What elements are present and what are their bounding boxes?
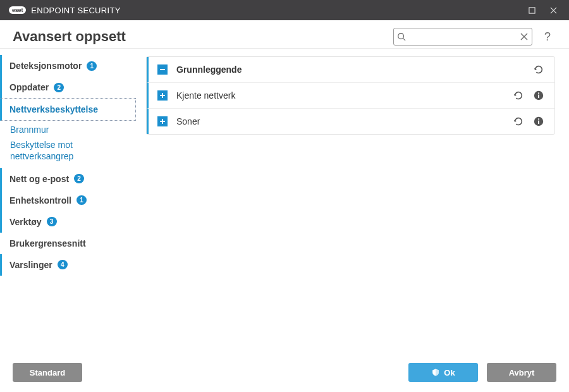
section-kjente-nettverk[interactable]: Kjente nettverk xyxy=(147,83,554,109)
sidebar-subitem-beskyttelse-nettverksangrep[interactable]: Beskyttelse mot nettverksangrep xyxy=(0,137,136,164)
brand-pill: eset xyxy=(9,6,26,14)
count-badge: 2 xyxy=(74,174,84,183)
brand-name: ENDPOINT SECURITY xyxy=(31,6,120,15)
section-label: Soner xyxy=(176,116,513,126)
svg-line-4 xyxy=(403,39,406,41)
window-close-button[interactable] xyxy=(542,0,564,20)
page-title: Avansert oppsett xyxy=(13,28,393,45)
sidebar: Deteksjonsmotor 1 Oppdater 2 Nettverksbe… xyxy=(0,49,136,353)
info-icon[interactable] xyxy=(533,116,544,127)
titlebar: eset ENDPOINT SECURITY xyxy=(0,0,569,20)
button-label: Ok xyxy=(444,368,455,377)
sidebar-item-label: Varslinger xyxy=(9,260,52,270)
sidebar-item-brukergrensesnitt[interactable]: Brukergrensesnitt xyxy=(0,233,136,254)
info-icon[interactable] xyxy=(533,90,544,101)
shield-icon xyxy=(431,368,440,377)
sidebar-item-deteksjonsmotor[interactable]: Deteksjonsmotor 1 xyxy=(0,55,136,77)
svg-point-3 xyxy=(398,34,404,39)
count-badge: 3 xyxy=(47,217,57,226)
search-clear-button[interactable] xyxy=(517,33,532,40)
button-label: Avbryt xyxy=(509,368,535,377)
sidebar-item-verktoy[interactable]: Verktøy 3 xyxy=(0,211,136,233)
window-maximize-button[interactable] xyxy=(521,0,542,20)
svg-point-17 xyxy=(538,118,539,119)
count-badge: 1 xyxy=(87,61,97,71)
svg-point-12 xyxy=(538,92,539,94)
search-box[interactable] xyxy=(393,28,532,46)
sidebar-item-nett-epost[interactable]: Nett og e-post 2 xyxy=(0,168,136,190)
revert-icon[interactable] xyxy=(513,90,524,101)
section-label: Grunnleggende xyxy=(176,64,533,75)
ok-button[interactable]: Ok xyxy=(408,363,478,382)
search-input[interactable] xyxy=(409,32,517,42)
sidebar-item-varslinger[interactable]: Varslinger 4 xyxy=(0,254,136,276)
content-pane: Grunnleggende Kjente nettverk xyxy=(136,49,569,353)
count-badge: 2 xyxy=(54,83,64,92)
footer: Standard Ok Avbryt xyxy=(0,353,569,392)
svg-rect-16 xyxy=(538,121,539,124)
section-soner[interactable]: Soner xyxy=(147,109,554,134)
button-label: Standard xyxy=(30,368,65,377)
section-label: Kjente nettverk xyxy=(176,90,513,101)
revert-icon[interactable] xyxy=(533,64,544,75)
cancel-button[interactable]: Avbryt xyxy=(487,363,556,382)
svg-rect-0 xyxy=(529,7,534,13)
sidebar-item-enhetskontroll[interactable]: Enhetskontroll 1 xyxy=(0,190,136,211)
count-badge: 1 xyxy=(76,195,87,205)
sidebar-item-nettverksbeskyttelse[interactable]: Nettverksbeskyttelse xyxy=(0,98,136,121)
sidebar-item-label: Enhetskontroll xyxy=(9,195,71,205)
header-row: Avansert oppsett ? xyxy=(0,20,569,49)
section-grunnleggende[interactable]: Grunnleggende xyxy=(147,57,554,83)
expand-icon[interactable] xyxy=(157,90,168,101)
search-icon xyxy=(394,32,409,41)
count-badge: 4 xyxy=(58,260,68,269)
default-button[interactable]: Standard xyxy=(13,363,82,382)
expand-icon[interactable] xyxy=(157,116,168,126)
sidebar-item-label: Nettverksbeskyttelse xyxy=(9,104,98,114)
sidebar-subitem-brannmur[interactable]: Brannmur xyxy=(0,122,136,137)
sidebar-item-label: Nett og e-post xyxy=(9,174,69,184)
brand-logo: eset xyxy=(9,6,26,14)
sidebar-item-label: Deteksjonsmotor xyxy=(9,61,82,71)
sidebar-item-label: Verktøy xyxy=(9,217,42,227)
sidebar-item-oppdater[interactable]: Oppdater 2 xyxy=(0,77,136,98)
revert-icon[interactable] xyxy=(513,116,524,127)
section-list: Grunnleggende Kjente nettverk xyxy=(146,56,555,135)
sidebar-item-label: Brukergrensesnitt xyxy=(9,238,86,248)
help-button[interactable]: ? xyxy=(539,28,556,46)
svg-rect-11 xyxy=(538,95,539,98)
collapse-icon[interactable] xyxy=(157,64,168,75)
sidebar-item-label: Oppdater xyxy=(9,82,49,92)
